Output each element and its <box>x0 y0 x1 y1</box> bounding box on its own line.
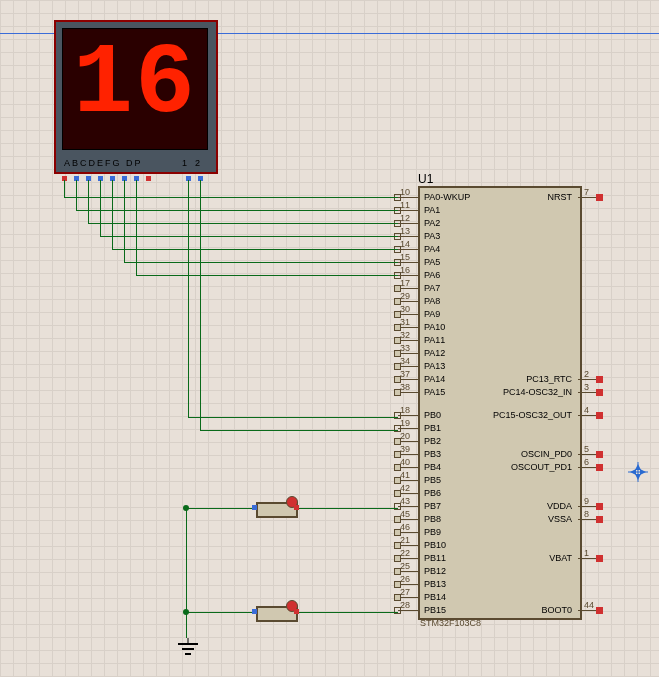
pin-number: 13 <box>400 226 410 236</box>
pin-name: PA6 <box>424 270 440 280</box>
pin-number: 43 <box>400 496 410 506</box>
pin-name: PA0-WKUP <box>424 192 470 202</box>
pin-number: 30 <box>400 304 410 314</box>
pin-name: PB15 <box>424 605 446 615</box>
pin-number: 41 <box>400 470 410 480</box>
pin-number: 33 <box>400 343 410 353</box>
pin-name: OSCOUT_PD1 <box>511 462 572 472</box>
pin-number: 18 <box>400 405 410 415</box>
pin-name: PB13 <box>424 579 446 589</box>
pin-number: 2 <box>584 369 589 379</box>
pin-name: VDDA <box>547 501 572 511</box>
pin-number: 20 <box>400 431 410 441</box>
digit-sel-labels: 12 <box>182 158 208 168</box>
pin-name: PB1 <box>424 423 441 433</box>
pin-number: 5 <box>584 444 589 454</box>
pin-number: 6 <box>584 457 589 467</box>
pin-name: PA15 <box>424 387 445 397</box>
pin-name: PA12 <box>424 348 445 358</box>
pin-number: 38 <box>400 382 410 392</box>
pin-name: PA8 <box>424 296 440 306</box>
pin-number: 44 <box>584 600 594 610</box>
pin-number: 15 <box>400 252 410 262</box>
pin-name: PA1 <box>424 205 440 215</box>
chip-part-number: STM32F103C8 <box>420 618 481 628</box>
pin-number: 21 <box>400 535 410 545</box>
pin-name: PB0 <box>424 410 441 420</box>
pin-name: PB4 <box>424 462 441 472</box>
pin-name: BOOT0 <box>541 605 572 615</box>
pin-name: PA2 <box>424 218 440 228</box>
pin-number: 9 <box>584 496 589 506</box>
display-digits: 16 <box>63 29 207 135</box>
pin-name: PB2 <box>424 436 441 446</box>
seven-segment-display[interactable]: 16 ABCDEFG DP 12 <box>54 20 218 174</box>
pin-name: PA7 <box>424 283 440 293</box>
pin-name: PB7 <box>424 501 441 511</box>
pin-number: 29 <box>400 291 410 301</box>
pin-number: 45 <box>400 509 410 519</box>
pin-name: PA10 <box>424 322 445 332</box>
pin-number: 40 <box>400 457 410 467</box>
pin-number: 39 <box>400 444 410 454</box>
pin-name: PA5 <box>424 257 440 267</box>
push-button-1[interactable] <box>256 498 298 520</box>
pin-number: 46 <box>400 522 410 532</box>
pin-name: VBAT <box>549 553 572 563</box>
pin-name: PA4 <box>424 244 440 254</box>
pin-name: PB8 <box>424 514 441 524</box>
pin-number: 10 <box>400 187 410 197</box>
pin-number: 4 <box>584 405 589 415</box>
svg-marker-8 <box>630 469 636 475</box>
pin-name: PA11 <box>424 335 445 345</box>
pin-number: 37 <box>400 369 410 379</box>
pin-name: VSSA <box>548 514 572 524</box>
seg-pin-labels: ABCDEFG DP <box>64 158 143 168</box>
pin-name: PB5 <box>424 475 441 485</box>
svg-marker-9 <box>640 469 646 475</box>
pin-number: 31 <box>400 317 410 327</box>
pin-number: 17 <box>400 278 410 288</box>
pin-name: PA9 <box>424 309 440 319</box>
chip-reference: U1 <box>418 172 433 186</box>
pin-number: 42 <box>400 483 410 493</box>
pin-name: OSCIN_PD0 <box>521 449 572 459</box>
pin-number: 26 <box>400 574 410 584</box>
pin-name: PB12 <box>424 566 446 576</box>
pin-number: 28 <box>400 600 410 610</box>
pin-name: PA13 <box>424 361 445 371</box>
pin-number: 16 <box>400 265 410 275</box>
ground-symbol <box>176 638 200 666</box>
pin-name: PC15-OSC32_OUT <box>493 410 572 420</box>
pin-name: PB9 <box>424 527 441 537</box>
pin-name: PC14-OSC32_IN <box>503 387 572 397</box>
pin-number: 3 <box>584 382 589 392</box>
pin-number: 1 <box>584 548 589 558</box>
pin-name: PA14 <box>424 374 445 384</box>
pin-number: 14 <box>400 239 410 249</box>
pin-number: 7 <box>584 187 589 197</box>
pin-name: PB11 <box>424 553 446 563</box>
pin-name: PB10 <box>424 540 446 550</box>
pin-name: PB6 <box>424 488 441 498</box>
pin-number: 11 <box>400 200 410 210</box>
pin-name: PB3 <box>424 449 441 459</box>
pin-number: 19 <box>400 418 410 428</box>
pin-number: 34 <box>400 356 410 366</box>
pin-number: 12 <box>400 213 410 223</box>
pin-number: 32 <box>400 330 410 340</box>
cursor-crosshair-icon <box>628 462 648 487</box>
pin-number: 22 <box>400 548 410 558</box>
pin-number: 27 <box>400 587 410 597</box>
pin-name: PC13_RTC <box>526 374 572 384</box>
pin-name: PA3 <box>424 231 440 241</box>
pin-number: 25 <box>400 561 410 571</box>
pin-number: 8 <box>584 509 589 519</box>
pin-name: NRST <box>548 192 573 202</box>
pin-name: PB14 <box>424 592 446 602</box>
push-button-2[interactable] <box>256 602 298 624</box>
